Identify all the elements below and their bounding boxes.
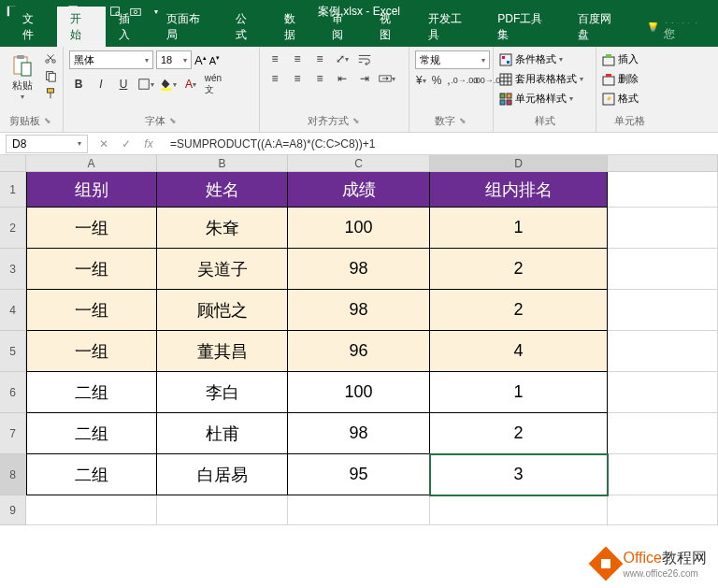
decrease-font-icon[interactable]: A▾ bbox=[209, 54, 220, 66]
orientation-icon[interactable]: ⤢▾ bbox=[333, 50, 352, 67]
row-header[interactable]: 5 bbox=[0, 331, 26, 372]
cell[interactable]: 4 bbox=[430, 331, 608, 372]
cell[interactable]: 董其昌 bbox=[157, 331, 288, 372]
cell[interactable]: 吴道子 bbox=[157, 249, 288, 290]
cell[interactable]: 杜甫 bbox=[157, 413, 288, 454]
cell[interactable]: 一组 bbox=[26, 331, 157, 372]
cell[interactable] bbox=[430, 495, 608, 525]
bold-icon[interactable]: B bbox=[69, 76, 88, 93]
tab-home[interactable]: 开始 bbox=[57, 7, 105, 47]
column-header[interactable]: B bbox=[157, 155, 288, 172]
number-format-select[interactable]: 常规▾ bbox=[415, 50, 490, 69]
tab-view[interactable]: 视图 bbox=[366, 7, 414, 47]
tab-review[interactable]: 审阅 bbox=[319, 7, 366, 47]
formula-input[interactable]: =SUMPRODUCT((A:A=A8)*(C:C>C8))+1 bbox=[165, 137, 718, 151]
cell[interactable]: 98 bbox=[288, 413, 430, 454]
accounting-format-icon[interactable]: ¥▾ bbox=[415, 72, 427, 89]
row-header[interactable]: 2 bbox=[0, 208, 26, 249]
wrap-text-icon[interactable] bbox=[355, 50, 374, 67]
column-header[interactable]: D bbox=[430, 155, 608, 172]
cell[interactable]: 白居易 bbox=[157, 454, 288, 495]
cell[interactable]: 组内排名 bbox=[430, 172, 608, 208]
row-header[interactable]: 6 bbox=[0, 372, 26, 413]
increase-font-icon[interactable]: A▴ bbox=[194, 53, 207, 67]
cell[interactable]: 李白 bbox=[157, 372, 288, 413]
copy-icon[interactable] bbox=[43, 68, 58, 83]
delete-cells-button[interactable]: 删除 bbox=[602, 70, 656, 88]
cell[interactable]: 二组 bbox=[26, 454, 157, 495]
paste-button[interactable]: 粘贴 ▾ bbox=[6, 50, 39, 103]
conditional-formatting-button[interactable]: 条件格式▾ bbox=[499, 50, 590, 68]
cancel-icon[interactable]: ✕ bbox=[97, 137, 110, 151]
cell[interactable]: 100 bbox=[288, 372, 430, 413]
cell[interactable]: 顾恺之 bbox=[157, 290, 288, 331]
align-center-icon[interactable]: ≡ bbox=[288, 70, 307, 87]
fill-color-icon[interactable]: ▾ bbox=[159, 76, 178, 93]
italic-icon[interactable]: I bbox=[92, 76, 110, 93]
row-header[interactable]: 8 bbox=[0, 454, 26, 495]
dialog-launcher-icon[interactable]: ⬊ bbox=[457, 116, 468, 127]
cell[interactable]: 95 bbox=[288, 454, 430, 495]
cell[interactable]: 1 bbox=[430, 208, 608, 249]
font-name-select[interactable]: 黑体▾ bbox=[69, 50, 153, 69]
font-size-select[interactable]: 18▾ bbox=[156, 50, 192, 69]
align-right-icon[interactable]: ≡ bbox=[310, 70, 329, 87]
select-all-corner[interactable] bbox=[0, 155, 26, 172]
cell[interactable]: 2 bbox=[430, 249, 608, 290]
cell[interactable]: 成绩 bbox=[288, 172, 430, 208]
cell[interactable]: 一组 bbox=[26, 208, 157, 249]
cell[interactable]: 2 bbox=[430, 290, 608, 331]
tab-baidu[interactable]: 百度网盘 bbox=[565, 7, 635, 47]
cell[interactable]: 98 bbox=[288, 249, 430, 290]
align-middle-icon[interactable]: ≡ bbox=[288, 50, 307, 67]
cell[interactable]: 2 bbox=[430, 413, 608, 454]
row-header[interactable]: 1 bbox=[0, 172, 26, 208]
cell[interactable]: 姓名 bbox=[157, 172, 288, 208]
cell[interactable]: 96 bbox=[288, 331, 430, 372]
align-top-icon[interactable]: ≡ bbox=[266, 50, 284, 67]
cell[interactable]: 二组 bbox=[26, 372, 157, 413]
cell[interactable]: 一组 bbox=[26, 290, 157, 331]
row-header[interactable]: 3 bbox=[0, 249, 26, 290]
font-color-icon[interactable]: A▾ bbox=[181, 76, 200, 93]
dialog-launcher-icon[interactable]: ⬊ bbox=[351, 116, 362, 127]
cut-icon[interactable] bbox=[43, 50, 58, 65]
increase-indent-icon[interactable]: ⇥ bbox=[355, 70, 374, 87]
cell[interactable]: 一组 bbox=[26, 249, 157, 290]
cell[interactable]: 朱耷 bbox=[157, 208, 288, 249]
tab-file[interactable]: 文件 bbox=[9, 7, 57, 47]
cell[interactable] bbox=[288, 495, 430, 525]
cell[interactable]: 98 bbox=[288, 290, 430, 331]
decrease-indent-icon[interactable]: ⇤ bbox=[333, 70, 352, 87]
align-bottom-icon[interactable]: ≡ bbox=[310, 50, 329, 67]
cell[interactable]: 3 bbox=[430, 454, 608, 495]
tab-layout[interactable]: 页面布局 bbox=[153, 7, 223, 47]
tab-formulas[interactable]: 公式 bbox=[223, 7, 270, 47]
fx-icon[interactable]: fx bbox=[142, 137, 155, 151]
row-header[interactable]: 7 bbox=[0, 413, 26, 454]
tab-insert[interactable]: 插入 bbox=[106, 7, 153, 47]
name-box[interactable]: D8▾ bbox=[6, 135, 88, 153]
dialog-launcher-icon[interactable]: ⬊ bbox=[167, 116, 179, 127]
insert-cells-button[interactable]: 插入 bbox=[602, 50, 656, 68]
cell[interactable]: 二组 bbox=[26, 413, 157, 454]
align-left-icon[interactable]: ≡ bbox=[266, 70, 284, 87]
enter-icon[interactable]: ✓ bbox=[120, 137, 133, 151]
underline-icon[interactable]: U bbox=[114, 76, 133, 93]
percent-icon[interactable]: % bbox=[431, 72, 443, 89]
row-header[interactable]: 4 bbox=[0, 290, 26, 331]
cell-styles-button[interactable]: 单元格样式▾ bbox=[499, 90, 590, 108]
border-icon[interactable]: ▾ bbox=[136, 76, 155, 93]
column-header[interactable]: C bbox=[288, 155, 430, 172]
format-as-table-button[interactable]: 套用表格格式▾ bbox=[499, 70, 590, 88]
format-cells-button[interactable]: 格式 bbox=[602, 90, 656, 108]
format-painter-icon[interactable] bbox=[43, 86, 58, 101]
cell[interactable]: 组别 bbox=[26, 172, 157, 208]
cell[interactable]: 1 bbox=[430, 372, 608, 413]
cell[interactable] bbox=[26, 495, 157, 525]
cell[interactable]: 100 bbox=[288, 208, 430, 249]
increase-decimal-icon[interactable]: .0→.00 bbox=[455, 72, 474, 89]
column-header[interactable]: A bbox=[26, 155, 157, 172]
dialog-launcher-icon[interactable]: ⬊ bbox=[42, 116, 53, 127]
tab-data[interactable]: 数据 bbox=[271, 7, 319, 47]
